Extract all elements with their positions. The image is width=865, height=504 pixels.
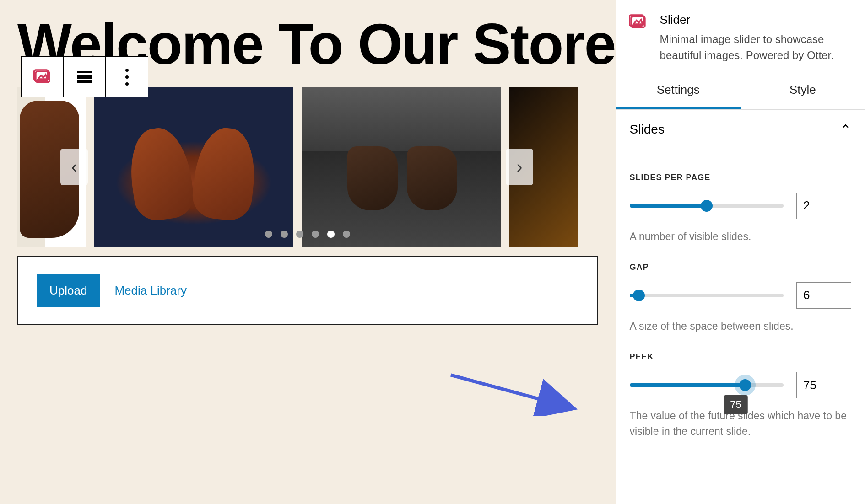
media-placeholder: Upload Media Library xyxy=(17,256,598,325)
control-label: SLIDES PER PAGE xyxy=(630,173,851,182)
slide-2 xyxy=(302,87,501,247)
annotation-arrow xyxy=(421,348,604,416)
media-library-link[interactable]: Media Library xyxy=(114,284,187,298)
more-icon xyxy=(125,69,129,86)
slider-prev-button[interactable]: ‹ xyxy=(60,149,88,185)
peek-input[interactable] xyxy=(796,372,851,398)
slider-dot[interactable] xyxy=(327,231,335,238)
gap-input[interactable] xyxy=(796,282,851,309)
slider-icon xyxy=(629,13,651,35)
slide-image xyxy=(302,87,501,247)
more-options-button[interactable] xyxy=(106,57,148,97)
control-gap: GAP A size of the space between slides. xyxy=(630,263,851,334)
tab-style[interactable]: Style xyxy=(741,73,865,109)
slider-dot[interactable] xyxy=(296,231,303,238)
peek-slider[interactable] xyxy=(630,381,784,390)
upload-button[interactable]: Upload xyxy=(37,274,100,307)
inspector-tabs: Settings Style xyxy=(616,73,865,110)
panel-title: Slides xyxy=(630,122,665,137)
slider-dots xyxy=(265,231,350,238)
align-icon xyxy=(77,71,92,83)
editor-canvas: Welcome To Our Store ‹ › xyxy=(0,0,616,504)
slides-per-page-slider[interactable] xyxy=(630,201,784,210)
control-help: A number of visible slides. xyxy=(630,229,851,244)
slider-dot[interactable] xyxy=(265,231,272,238)
slider-dot[interactable] xyxy=(312,231,319,238)
panel-slides-toggle[interactable]: Slides ⌃ xyxy=(616,110,865,150)
slides-per-page-input[interactable] xyxy=(796,193,851,219)
control-slides-per-page: SLIDES PER PAGE A number of visible slid… xyxy=(630,173,851,244)
slider-dot[interactable] xyxy=(343,231,350,238)
block-description: Minimal image slider to showcase beautif… xyxy=(660,32,852,64)
slider-tooltip: 75 xyxy=(724,395,747,414)
svg-line-2 xyxy=(451,375,571,407)
tab-settings[interactable]: Settings xyxy=(616,73,741,109)
control-label: PEEK xyxy=(630,352,851,362)
control-help: A size of the space between slides. xyxy=(630,319,851,334)
chevron-up-icon: ⌃ xyxy=(840,122,851,138)
slider-block[interactable]: ‹ › xyxy=(17,87,598,247)
inspector-sidebar: Slider Minimal image slider to showcase … xyxy=(616,0,865,504)
control-label: GAP xyxy=(630,263,851,272)
gap-slider[interactable] xyxy=(630,291,784,300)
block-toolbar xyxy=(21,56,148,97)
block-card: Slider Minimal image slider to showcase … xyxy=(616,0,865,73)
block-name: Slider xyxy=(660,13,852,27)
panel-slides-body: SLIDES PER PAGE A number of visible slid… xyxy=(616,150,865,453)
slide-image xyxy=(94,87,293,247)
control-peek: PEEK 75 The value of the future slides w… xyxy=(630,352,851,439)
slider-icon xyxy=(33,68,52,86)
slide-1 xyxy=(94,87,293,247)
slider-dot[interactable] xyxy=(281,231,288,238)
slider-next-button[interactable]: › xyxy=(506,149,533,185)
align-button[interactable] xyxy=(64,57,106,97)
block-type-button[interactable] xyxy=(22,57,64,97)
